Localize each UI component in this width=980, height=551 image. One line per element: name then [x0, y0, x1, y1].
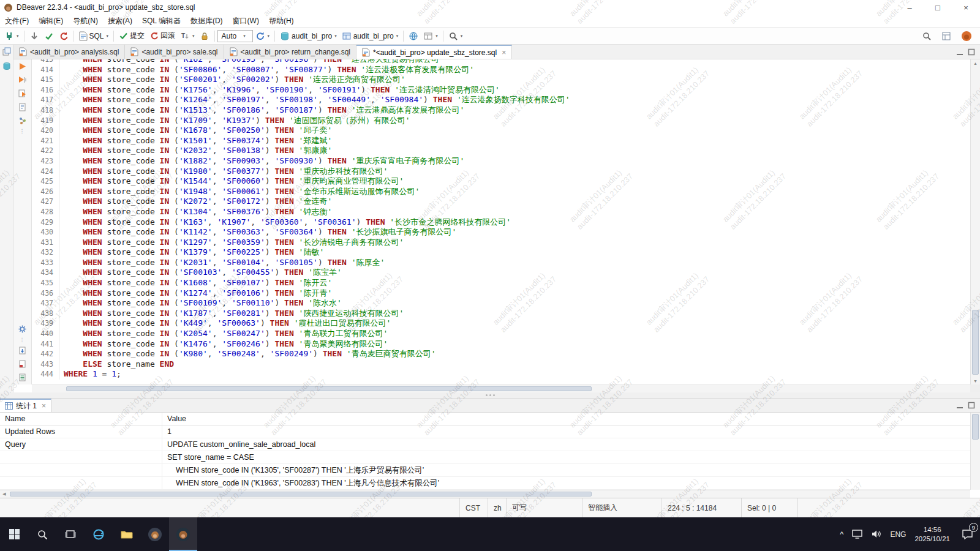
editor-tab-1[interactable]: <audit_bi_pro> analysis.sql — [13, 45, 125, 59]
ie-browser-button[interactable] — [85, 517, 113, 551]
stats-cell-value[interactable]: SET store_name = CASE — [162, 451, 970, 463]
editor-tab-3[interactable]: <audit_bi_pro> return_change.sql — [224, 45, 356, 59]
code-text[interactable]: WHEN store_code IN ('SF00103', 'SF00455'… — [60, 268, 342, 278]
editor-hscrollbar[interactable] — [32, 384, 970, 392]
file-explorer-button[interactable] — [113, 517, 141, 551]
maximize-button[interactable]: □ — [924, 0, 952, 15]
perspective-icon-button[interactable] — [939, 30, 954, 42]
execute-script-button[interactable] — [18, 75, 27, 84]
stats-vscrollbar[interactable] — [970, 413, 980, 490]
code-text[interactable]: WHEN store_code IN ('K2032', 'SF00138') … — [60, 146, 332, 156]
taskbar-search-button[interactable] — [28, 517, 56, 551]
save-to-file-button[interactable] — [18, 346, 27, 355]
code-text[interactable]: WHEN store_code IN ('K162', 'SF00195', '… — [60, 59, 444, 65]
transaction-mode-button[interactable]: T ▾ — [178, 30, 197, 42]
open-connection-button[interactable]: ▾ — [2, 30, 21, 42]
menu-item-3[interactable]: 导航(N) — [68, 15, 103, 28]
code-text[interactable]: WHEN store_code IN ('K2072', 'SF00172') … — [60, 197, 332, 207]
stats-row-3[interactable]: SET store_name = CASE — [0, 451, 970, 464]
code-text[interactable]: WHEN store_code IN ('K980', 'SF00248', '… — [60, 349, 436, 359]
code-text[interactable]: WHEN store_code IN ('SF00806', 'SF00807'… — [60, 65, 474, 75]
maximize-editor-icon[interactable] — [968, 48, 975, 56]
stats-tab-close-icon[interactable]: × — [42, 402, 46, 410]
menu-item-1[interactable]: 文件(F) — [0, 15, 34, 28]
execute-new-tab-button[interactable] — [18, 89, 27, 98]
commit-button[interactable]: 提交 — [116, 29, 147, 42]
stats-cell-value[interactable]: UPDATE custom_online_sale_abroad_local — [162, 438, 970, 451]
stats-header-name[interactable]: Name — [0, 413, 162, 425]
sql-editor[interactable]: 413 WHEN store_code IN ('K162', 'SF00195… — [32, 59, 970, 384]
code-text[interactable]: WHEN store_code IN ('K1513', 'SF00186', … — [60, 105, 464, 116]
stats-row-1[interactable]: Updated Rows1 — [0, 425, 970, 438]
stats-cell-value[interactable]: 1 — [162, 425, 970, 438]
code-text[interactable]: WHEN store_code IN ('K1787', 'SF00281') … — [60, 309, 404, 319]
stats-cell-value[interactable]: WHEN store_code IN ('K1963', 'SF00283') … — [162, 477, 970, 489]
stats-hscrollbar[interactable]: ◀ — [0, 490, 970, 498]
stats-cell-name[interactable]: Updated Rows — [0, 425, 162, 438]
close-button[interactable]: × — [952, 0, 980, 15]
code-text[interactable]: WHEN store_code IN ('K1304', 'SF00376') … — [60, 207, 332, 217]
execute-statement-button[interactable] — [18, 62, 27, 71]
menu-item-7[interactable]: 窗口(W) — [228, 15, 264, 28]
menu-item-8[interactable]: 帮助(H) — [264, 15, 299, 28]
menu-item-6[interactable]: 数据库(D) — [186, 15, 228, 28]
stats-cell-name[interactable] — [0, 464, 162, 476]
stats-vscroll-thumb[interactable] — [972, 414, 979, 440]
tray-clock[interactable]: 14:56 2025/10/21 — [910, 517, 954, 551]
quick-rollback-icon-button[interactable] — [56, 30, 71, 42]
dbeaver-community-icon[interactable] — [959, 29, 974, 43]
status-cursor-position[interactable]: 224 : 5 : 14184 — [662, 498, 742, 517]
code-text[interactable]: WHEN store_code IN ('K1264', 'SF00197', … — [60, 95, 570, 105]
code-text[interactable]: WHEN store_code IN ('K1142', 'SF00363', … — [60, 227, 456, 238]
open-file-button[interactable] — [18, 359, 27, 369]
panel-sash[interactable] — [0, 392, 980, 399]
dbeaver-app-button-active[interactable] — [169, 517, 197, 551]
minimize-editor-icon[interactable] — [956, 48, 963, 56]
code-text[interactable]: WHEN store_code IN ('K1297', 'SF00359') … — [60, 238, 404, 248]
code-text[interactable]: WHEN store_code IN ('K449', 'SF00063') T… — [60, 318, 391, 329]
start-button[interactable] — [0, 517, 28, 551]
scroll-left-icon[interactable]: ◀ — [0, 490, 9, 498]
code-text[interactable]: WHEN store_code IN ('K1882', 'SF00903', … — [60, 156, 464, 167]
code-text[interactable]: WHEN store_code IN ('K1544', 'SF00060') … — [60, 176, 404, 187]
globe-icon-button[interactable] — [406, 30, 421, 42]
scroll-down-icon[interactable]: ▼ — [971, 377, 980, 384]
stats-cell-name[interactable] — [0, 477, 162, 489]
restore-view-icon[interactable] — [2, 47, 11, 56]
commit-mode-combo[interactable]: Auto ▾ — [217, 30, 253, 42]
editor-tab-4[interactable]: *<audit_bi_pro> update_sbz_store.sql× — [356, 45, 512, 59]
stats-hscroll-thumb[interactable] — [10, 492, 592, 497]
code-text[interactable]: WHEN store_code IN ('K1948', 'SF00061') … — [60, 187, 420, 197]
code-text[interactable]: WHEN store_code IN ('K1274', 'SF00106') … — [60, 288, 332, 299]
task-view-button[interactable] — [56, 517, 85, 551]
stats-row-4[interactable]: WHEN store_code IN ('K1305', 'SF00287') … — [0, 464, 970, 477]
schema-selector[interactable]: audit_bi_pro ▾ — [339, 30, 401, 42]
menu-item-5[interactable]: SQL 编辑器 — [137, 15, 186, 28]
minimize-panel-icon[interactable] — [956, 402, 963, 409]
stats-cell-value[interactable]: WHEN store_code IN ('K1305', 'SF00287') … — [162, 464, 970, 476]
stats-cell-name[interactable]: Query — [0, 438, 162, 451]
code-text[interactable]: ELSE store_name END — [60, 359, 174, 370]
quick-commit-icon-button[interactable] — [42, 30, 56, 42]
dashboard-button[interactable]: ▾ — [421, 30, 440, 42]
code-text[interactable]: WHEN store_code IN ('SF00109', 'SF00110'… — [60, 298, 342, 309]
stats-cell-name[interactable] — [0, 451, 162, 463]
stats-row-5[interactable]: WHEN store_code IN ('K1963', 'SF00283') … — [0, 477, 970, 490]
analyze-query-button[interactable] — [18, 116, 27, 125]
sql-editor-content[interactable]: 413 WHEN store_code IN ('K162', 'SF00195… — [32, 59, 970, 380]
code-text[interactable]: WHERE 1 = 1; — [60, 369, 121, 380]
rollback-button[interactable]: 回滚 — [147, 29, 178, 42]
sql-menu-button[interactable]: SQL ▾ — [77, 30, 111, 42]
code-text[interactable]: WHEN store_code IN ('K2054', 'SF00247') … — [60, 329, 388, 339]
tab-close-icon[interactable]: × — [502, 48, 506, 57]
scroll-up-icon[interactable]: ▲ — [971, 59, 980, 67]
database-selector[interactable]: audit_bi_pro ▾ — [277, 30, 339, 42]
menu-item-2[interactable]: 编辑(E) — [34, 15, 68, 28]
dbeaver-app-button[interactable] — [141, 517, 169, 551]
explain-plan-button[interactable] — [18, 102, 27, 111]
tray-language-indicator[interactable]: ENG — [886, 517, 910, 551]
code-text[interactable]: WHEN store_code IN ('K1709', 'K1937') TH… — [60, 116, 410, 126]
code-text[interactable]: WHEN store_code IN ('K1501', 'SF00374') … — [60, 136, 332, 146]
stats-tab[interactable]: 统计 1 × — [0, 399, 51, 412]
code-text[interactable]: WHEN store_code IN ('K1980', 'SF00377') … — [60, 167, 388, 177]
